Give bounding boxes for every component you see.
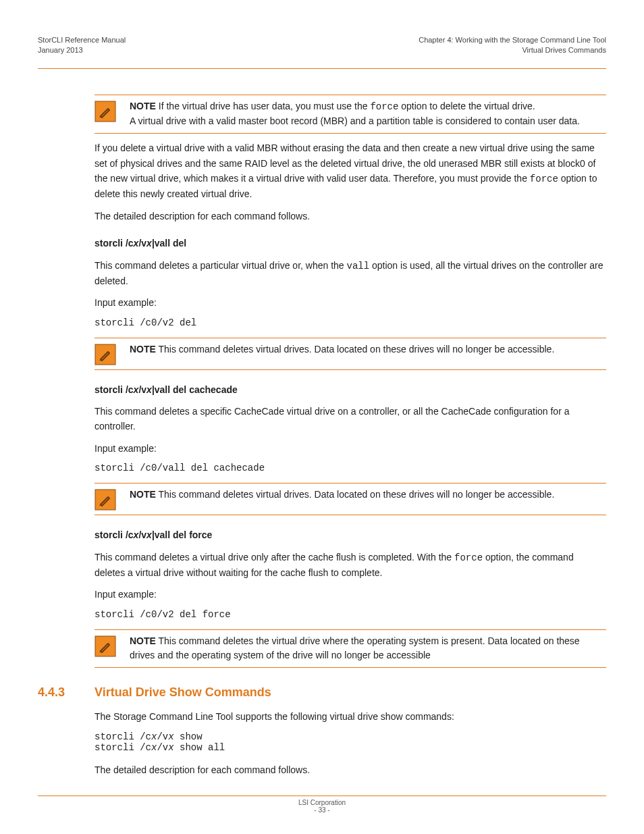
inline-code: vall [347,261,370,271]
note-label: NOTE [130,635,156,646]
note-text: If the virtual drive has user data, you … [159,101,371,111]
note-rule [95,667,606,668]
body-paragraph: This command deletes a particular virtua… [95,258,606,289]
inline-code: force [530,174,558,184]
footer-company: LSI Corporation [38,799,606,806]
note-text-line2: A virtual drive with a valid master boot… [130,114,606,129]
note-icon [95,635,119,657]
footer-rule [38,796,606,796]
header-rule [38,68,606,69]
note-rule [95,369,606,370]
code-block: storcli /cx/vx show storcli /cx/vx show … [95,731,606,753]
note-rule [95,133,606,134]
body-paragraph: The detailed description for each comman… [95,762,606,777]
note-icon [95,489,119,511]
header-chapter: Chapter 4: Working with the Storage Comm… [419,35,606,45]
header-doc-title: StorCLI Reference Manual [38,35,126,45]
note-label: NOTE [130,489,156,500]
note-text: This command deletes virtual drives. Dat… [159,344,555,355]
command-heading: storcli /cx/vx|vall del [95,236,606,251]
code-block: storcli /c0/v2 del [95,317,606,328]
note-icon [95,344,119,365]
inline-code: force [454,552,483,563]
note-rule [95,515,606,515]
note-block: NOTE If the virtual drive has user data,… [95,99,606,129]
note-rule [95,629,606,630]
body-paragraph: The detailed description for each comman… [95,209,606,224]
note-text: option to delete the virtual drive. [398,101,535,111]
note-block: NOTE This command deletes virtual drives… [95,488,606,511]
note-rule [95,483,606,484]
body-paragraph: If you delete a virtual drive with a val… [95,140,606,202]
page-footer: LSI Corporation - 33 - [38,796,606,814]
input-example-label: Input example: [95,587,606,602]
header-date: January 2013 [38,45,126,55]
note-icon [95,101,119,122]
command-heading: storcli /cx/vx|vall del cachecade [95,382,606,397]
note-rule [95,95,606,95]
note-rule [95,338,606,338]
command-heading: storcli /cx/vx|vall del force [95,527,606,542]
body-paragraph: This command deletes a virtual drive onl… [95,550,606,581]
note-label: NOTE [130,101,156,111]
footer-pagenum: - 33 - [38,806,606,814]
header-section: Virtual Drives Commands [419,45,606,55]
body-paragraph: The Storage Command Line Tool supports t… [95,709,606,724]
input-example-label: Input example: [95,295,606,310]
section-number: 4.4.3 [38,685,95,700]
note-label: NOTE [130,344,156,355]
body-paragraph: This command deletes a specific CacheCad… [95,404,606,434]
note-block: NOTE This command deletes virtual drives… [95,342,606,365]
page-header: StorCLI Reference Manual January 2013 Ch… [38,35,606,56]
inline-code: force [370,101,398,112]
note-text: This command deletes virtual drives. Dat… [159,489,555,500]
section-title: Virtual Drive Show Commands [95,685,271,700]
code-block: storcli /c0/v2 del force [95,609,606,620]
note-text: This command deletes the virtual drive w… [130,635,580,661]
note-block: NOTE This command deletes the virtual dr… [95,634,606,663]
input-example-label: Input example: [95,441,606,456]
code-block: storcli /c0/vall del cachecade [95,463,606,473]
section-heading: 4.4.3 Virtual Drive Show Commands [38,685,606,700]
